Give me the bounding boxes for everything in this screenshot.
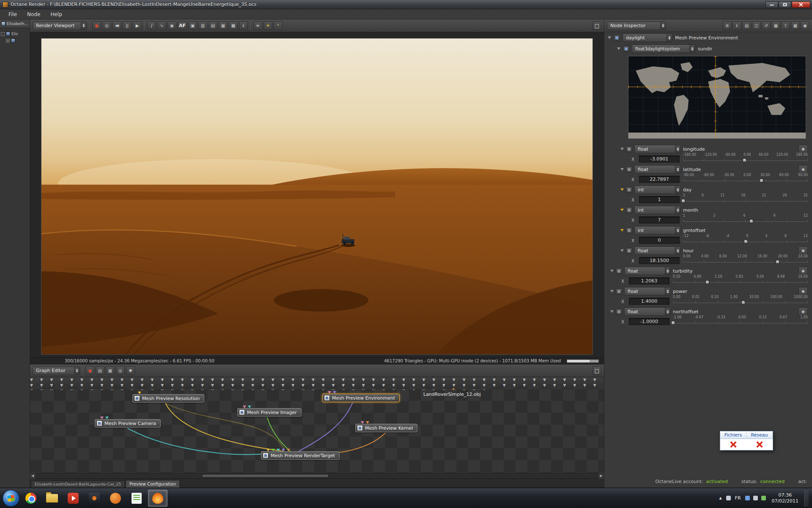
graph-node-mesh-preview-kernel[interactable]: Mesh Preview Kernel <box>355 424 417 432</box>
spinner-icon[interactable] <box>675 226 680 234</box>
list-view-icon[interactable] <box>723 21 732 30</box>
graph-tab-active[interactable]: Preview Configuration <box>126 480 180 488</box>
title-bar[interactable]: Octane Render - F:\BLENDER-FICHIERS-BLEN… <box>0 0 812 9</box>
spinner-icon[interactable] <box>675 186 680 193</box>
network-icon[interactable] <box>745 496 750 500</box>
grid-view-icon[interactable] <box>771 21 780 30</box>
focus-pick-icon[interactable] <box>102 21 111 30</box>
param-value-field[interactable]: 18.1500 <box>639 257 680 264</box>
preset-icon[interactable] <box>742 21 751 30</box>
action-center-icon[interactable] <box>761 496 766 500</box>
taskbar-explorer-icon[interactable] <box>42 490 62 507</box>
taskbar-orange-app-icon[interactable] <box>106 490 125 507</box>
taskbar-media-player-icon[interactable] <box>63 490 83 507</box>
resume-render-icon[interactable] <box>133 21 142 30</box>
material-picker-icon[interactable] <box>167 21 176 30</box>
spinner-icon[interactable] <box>675 247 680 254</box>
param-value-field[interactable]: 0 <box>639 237 680 244</box>
param-slider[interactable]: -180.00-120.00-60.000.0060.00120.00180.0… <box>683 153 808 163</box>
pin-icon[interactable] <box>361 421 364 424</box>
pin-icon[interactable] <box>287 449 290 451</box>
scrollbar-thumb[interactable] <box>202 474 329 478</box>
param-extra-button[interactable] <box>798 267 808 276</box>
snapshot-icon[interactable] <box>801 21 809 30</box>
child-type-dropdown[interactable]: float3daylightsystem <box>632 44 695 53</box>
node-socket-icon[interactable] <box>616 268 622 274</box>
environment-icon[interactable] <box>116 366 125 375</box>
param-value-field[interactable]: 22.7897 <box>639 176 680 183</box>
taskbar-clock[interactable]: 07:36 07/02/2011 <box>769 492 801 504</box>
param-extra-button[interactable] <box>798 287 808 296</box>
param-type-dropdown[interactable]: float <box>634 246 681 255</box>
render-image-desert-scene[interactable] <box>41 38 593 355</box>
new-node-icon[interactable] <box>96 366 104 375</box>
param-slider[interactable]: 0.004.008.0012.0016.0020.0024.00 <box>683 255 808 264</box>
node-socket-icon[interactable] <box>623 46 629 52</box>
collapse-arrow-icon[interactable] <box>620 188 624 191</box>
node-socket-icon[interactable] <box>626 166 632 173</box>
menu-file[interactable]: File <box>3 10 22 19</box>
collapse-arrow-icon[interactable] <box>620 229 624 232</box>
expand-box-icon[interactable]: + <box>6 39 10 43</box>
graph-fullscreen-icon[interactable] <box>593 366 601 375</box>
collapse-arrow-icon[interactable] <box>620 209 624 211</box>
alpha-checker-icon[interactable] <box>229 21 238 30</box>
inspector-selector-dropdown[interactable]: Node Inspector <box>607 22 666 30</box>
pin-icon[interactable] <box>105 417 109 419</box>
param-extra-button[interactable] <box>798 246 808 255</box>
node-socket-icon[interactable] <box>626 187 632 193</box>
stop-icon[interactable] <box>85 366 94 375</box>
close-button[interactable] <box>792 1 810 8</box>
spinner-icon[interactable] <box>675 145 680 153</box>
tray-icon[interactable] <box>726 496 731 500</box>
param-type-dropdown[interactable]: float <box>634 145 681 153</box>
save-node-icon[interactable] <box>732 21 741 30</box>
collapse-arrow-icon[interactable] <box>608 36 611 39</box>
menu-help[interactable]: Help <box>45 10 67 19</box>
viewport-selector-dropdown[interactable]: Render Viewport <box>33 22 87 30</box>
minimize-button[interactable] <box>765 1 778 8</box>
tree-item[interactable]: - Elis <box>1 30 29 37</box>
graph-node-mesh-preview-resolution[interactable]: Mesh Preview Resolution <box>132 394 204 403</box>
save-image-icon[interactable] <box>239 21 248 30</box>
graph-node-mesh-preview-camera[interactable]: Mesh Preview Camera <box>95 419 161 428</box>
collapse-arrow-icon[interactable] <box>610 270 614 272</box>
pin-icon[interactable] <box>277 449 280 451</box>
spinner-icon[interactable] <box>660 22 666 30</box>
param-value-field[interactable]: 1.2063 <box>629 277 669 284</box>
sun-icon[interactable] <box>263 21 272 30</box>
spinner-icon[interactable] <box>665 287 670 295</box>
refresh-icon[interactable] <box>762 21 771 30</box>
spinner-icon[interactable] <box>675 166 680 173</box>
pin-icon[interactable] <box>366 421 369 424</box>
viewport-fullscreen-icon[interactable] <box>593 21 601 30</box>
settings-icon[interactable] <box>126 366 135 375</box>
scroll-left-icon[interactable]: ◀ <box>30 473 36 479</box>
sparkle-icon[interactable] <box>274 21 283 30</box>
pin-icon[interactable] <box>243 406 246 408</box>
param-type-dropdown[interactable]: int <box>634 226 681 235</box>
node-socket-icon[interactable] <box>626 146 632 152</box>
restart-render-icon[interactable] <box>112 21 121 30</box>
param-extra-button[interactable] <box>798 165 808 174</box>
show-desktop-button[interactable] <box>804 490 809 507</box>
open-folder-icon[interactable] <box>752 21 761 30</box>
param-value-field[interactable]: -1.0000 <box>629 318 669 325</box>
scroll-right-icon[interactable]: ▶ <box>598 473 604 479</box>
grid-overlay-icon[interactable] <box>219 21 228 30</box>
node-type-dropdown[interactable]: daylight <box>623 33 672 42</box>
graph-node-mesh-preview-rendertarget[interactable]: Mesh Preview RenderTarget <box>261 451 340 460</box>
param-type-dropdown[interactable]: float <box>624 287 671 295</box>
pause-render-icon[interactable] <box>123 21 132 30</box>
image-view-icon[interactable] <box>791 21 800 30</box>
param-type-dropdown[interactable]: float <box>624 307 671 316</box>
pin-icon[interactable] <box>282 449 285 451</box>
collapse-arrow-icon[interactable] <box>610 310 614 313</box>
render-node-icon[interactable] <box>106 366 115 375</box>
response-curve-icon[interactable] <box>157 21 166 30</box>
collapse-box-icon[interactable]: - <box>1 32 5 36</box>
node-socket-icon[interactable] <box>626 248 632 254</box>
collapse-arrow-icon[interactable] <box>620 168 624 171</box>
popup-tab-fichiers[interactable]: Fichiers <box>720 431 746 439</box>
volume-icon[interactable] <box>753 496 758 500</box>
